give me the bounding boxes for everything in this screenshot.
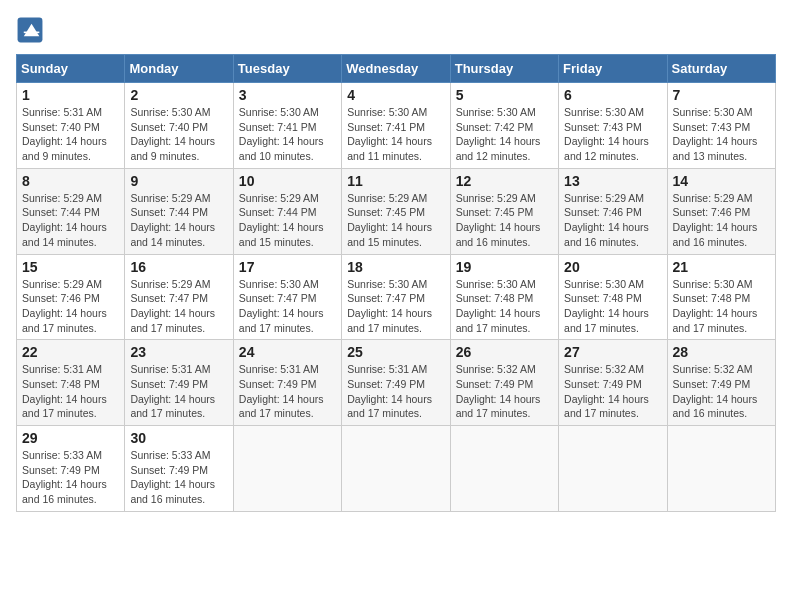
day-info: Sunrise: 5:30 AM Sunset: 7:48 PM Dayligh… (456, 277, 553, 336)
day-info: Sunrise: 5:30 AM Sunset: 7:47 PM Dayligh… (239, 277, 336, 336)
day-number: 23 (130, 344, 227, 360)
calendar-cell: 25 Sunrise: 5:31 AM Sunset: 7:49 PM Dayl… (342, 340, 450, 426)
weekday-header-friday: Friday (559, 55, 667, 83)
calendar-week-row: 15 Sunrise: 5:29 AM Sunset: 7:46 PM Dayl… (17, 254, 776, 340)
day-number: 1 (22, 87, 119, 103)
day-number: 20 (564, 259, 661, 275)
weekday-header-saturday: Saturday (667, 55, 775, 83)
calendar-cell: 15 Sunrise: 5:29 AM Sunset: 7:46 PM Dayl… (17, 254, 125, 340)
day-info: Sunrise: 5:29 AM Sunset: 7:46 PM Dayligh… (22, 277, 119, 336)
logo (16, 16, 48, 44)
day-number: 8 (22, 173, 119, 189)
day-info: Sunrise: 5:32 AM Sunset: 7:49 PM Dayligh… (673, 362, 770, 421)
calendar-cell: 1 Sunrise: 5:31 AM Sunset: 7:40 PM Dayli… (17, 83, 125, 169)
calendar-cell: 24 Sunrise: 5:31 AM Sunset: 7:49 PM Dayl… (233, 340, 341, 426)
calendar-cell: 28 Sunrise: 5:32 AM Sunset: 7:49 PM Dayl… (667, 340, 775, 426)
calendar-cell (342, 426, 450, 512)
calendar-cell (450, 426, 558, 512)
weekday-header-thursday: Thursday (450, 55, 558, 83)
day-info: Sunrise: 5:29 AM Sunset: 7:44 PM Dayligh… (130, 191, 227, 250)
day-number: 5 (456, 87, 553, 103)
weekday-header-wednesday: Wednesday (342, 55, 450, 83)
day-info: Sunrise: 5:31 AM Sunset: 7:48 PM Dayligh… (22, 362, 119, 421)
day-info: Sunrise: 5:31 AM Sunset: 7:40 PM Dayligh… (22, 105, 119, 164)
calendar-week-row: 1 Sunrise: 5:31 AM Sunset: 7:40 PM Dayli… (17, 83, 776, 169)
day-number: 6 (564, 87, 661, 103)
day-number: 9 (130, 173, 227, 189)
calendar-cell: 26 Sunrise: 5:32 AM Sunset: 7:49 PM Dayl… (450, 340, 558, 426)
day-number: 22 (22, 344, 119, 360)
day-info: Sunrise: 5:30 AM Sunset: 7:48 PM Dayligh… (564, 277, 661, 336)
day-info: Sunrise: 5:33 AM Sunset: 7:49 PM Dayligh… (130, 448, 227, 507)
day-info: Sunrise: 5:29 AM Sunset: 7:45 PM Dayligh… (456, 191, 553, 250)
weekday-header-tuesday: Tuesday (233, 55, 341, 83)
calendar-cell: 6 Sunrise: 5:30 AM Sunset: 7:43 PM Dayli… (559, 83, 667, 169)
day-number: 24 (239, 344, 336, 360)
day-number: 14 (673, 173, 770, 189)
calendar-cell: 18 Sunrise: 5:30 AM Sunset: 7:47 PM Dayl… (342, 254, 450, 340)
day-number: 11 (347, 173, 444, 189)
weekday-header-row: SundayMondayTuesdayWednesdayThursdayFrid… (17, 55, 776, 83)
calendar-cell: 16 Sunrise: 5:29 AM Sunset: 7:47 PM Dayl… (125, 254, 233, 340)
day-number: 21 (673, 259, 770, 275)
day-number: 3 (239, 87, 336, 103)
day-number: 19 (456, 259, 553, 275)
day-info: Sunrise: 5:30 AM Sunset: 7:41 PM Dayligh… (239, 105, 336, 164)
day-info: Sunrise: 5:29 AM Sunset: 7:46 PM Dayligh… (564, 191, 661, 250)
calendar-cell: 5 Sunrise: 5:30 AM Sunset: 7:42 PM Dayli… (450, 83, 558, 169)
calendar-cell: 13 Sunrise: 5:29 AM Sunset: 7:46 PM Dayl… (559, 168, 667, 254)
calendar-cell: 22 Sunrise: 5:31 AM Sunset: 7:48 PM Dayl… (17, 340, 125, 426)
day-number: 10 (239, 173, 336, 189)
day-info: Sunrise: 5:33 AM Sunset: 7:49 PM Dayligh… (22, 448, 119, 507)
day-number: 12 (456, 173, 553, 189)
weekday-header-monday: Monday (125, 55, 233, 83)
day-info: Sunrise: 5:29 AM Sunset: 7:47 PM Dayligh… (130, 277, 227, 336)
weekday-header-sunday: Sunday (17, 55, 125, 83)
calendar-cell: 11 Sunrise: 5:29 AM Sunset: 7:45 PM Dayl… (342, 168, 450, 254)
day-info: Sunrise: 5:31 AM Sunset: 7:49 PM Dayligh… (347, 362, 444, 421)
calendar-cell: 30 Sunrise: 5:33 AM Sunset: 7:49 PM Dayl… (125, 426, 233, 512)
calendar-cell: 8 Sunrise: 5:29 AM Sunset: 7:44 PM Dayli… (17, 168, 125, 254)
calendar-week-row: 8 Sunrise: 5:29 AM Sunset: 7:44 PM Dayli… (17, 168, 776, 254)
day-info: Sunrise: 5:29 AM Sunset: 7:44 PM Dayligh… (22, 191, 119, 250)
day-number: 7 (673, 87, 770, 103)
day-number: 27 (564, 344, 661, 360)
day-info: Sunrise: 5:29 AM Sunset: 7:46 PM Dayligh… (673, 191, 770, 250)
day-number: 16 (130, 259, 227, 275)
calendar-cell: 3 Sunrise: 5:30 AM Sunset: 7:41 PM Dayli… (233, 83, 341, 169)
day-info: Sunrise: 5:30 AM Sunset: 7:41 PM Dayligh… (347, 105, 444, 164)
day-info: Sunrise: 5:31 AM Sunset: 7:49 PM Dayligh… (130, 362, 227, 421)
calendar-week-row: 29 Sunrise: 5:33 AM Sunset: 7:49 PM Dayl… (17, 426, 776, 512)
day-info: Sunrise: 5:30 AM Sunset: 7:47 PM Dayligh… (347, 277, 444, 336)
day-info: Sunrise: 5:30 AM Sunset: 7:40 PM Dayligh… (130, 105, 227, 164)
calendar-cell: 29 Sunrise: 5:33 AM Sunset: 7:49 PM Dayl… (17, 426, 125, 512)
calendar-cell: 10 Sunrise: 5:29 AM Sunset: 7:44 PM Dayl… (233, 168, 341, 254)
day-info: Sunrise: 5:30 AM Sunset: 7:42 PM Dayligh… (456, 105, 553, 164)
calendar-table: SundayMondayTuesdayWednesdayThursdayFrid… (16, 54, 776, 512)
calendar-cell: 9 Sunrise: 5:29 AM Sunset: 7:44 PM Dayli… (125, 168, 233, 254)
calendar-cell: 14 Sunrise: 5:29 AM Sunset: 7:46 PM Dayl… (667, 168, 775, 254)
calendar-cell: 19 Sunrise: 5:30 AM Sunset: 7:48 PM Dayl… (450, 254, 558, 340)
day-info: Sunrise: 5:29 AM Sunset: 7:45 PM Dayligh… (347, 191, 444, 250)
calendar-week-row: 22 Sunrise: 5:31 AM Sunset: 7:48 PM Dayl… (17, 340, 776, 426)
logo-icon (16, 16, 44, 44)
day-info: Sunrise: 5:30 AM Sunset: 7:43 PM Dayligh… (564, 105, 661, 164)
day-info: Sunrise: 5:32 AM Sunset: 7:49 PM Dayligh… (456, 362, 553, 421)
day-number: 13 (564, 173, 661, 189)
calendar-cell (559, 426, 667, 512)
calendar-cell (667, 426, 775, 512)
day-info: Sunrise: 5:29 AM Sunset: 7:44 PM Dayligh… (239, 191, 336, 250)
calendar-cell: 27 Sunrise: 5:32 AM Sunset: 7:49 PM Dayl… (559, 340, 667, 426)
day-info: Sunrise: 5:32 AM Sunset: 7:49 PM Dayligh… (564, 362, 661, 421)
day-number: 25 (347, 344, 444, 360)
calendar-cell: 2 Sunrise: 5:30 AM Sunset: 7:40 PM Dayli… (125, 83, 233, 169)
day-number: 18 (347, 259, 444, 275)
day-number: 17 (239, 259, 336, 275)
day-info: Sunrise: 5:30 AM Sunset: 7:48 PM Dayligh… (673, 277, 770, 336)
calendar-cell (233, 426, 341, 512)
calendar-cell: 17 Sunrise: 5:30 AM Sunset: 7:47 PM Dayl… (233, 254, 341, 340)
calendar-cell: 23 Sunrise: 5:31 AM Sunset: 7:49 PM Dayl… (125, 340, 233, 426)
page-header (16, 16, 776, 44)
day-info: Sunrise: 5:30 AM Sunset: 7:43 PM Dayligh… (673, 105, 770, 164)
day-info: Sunrise: 5:31 AM Sunset: 7:49 PM Dayligh… (239, 362, 336, 421)
